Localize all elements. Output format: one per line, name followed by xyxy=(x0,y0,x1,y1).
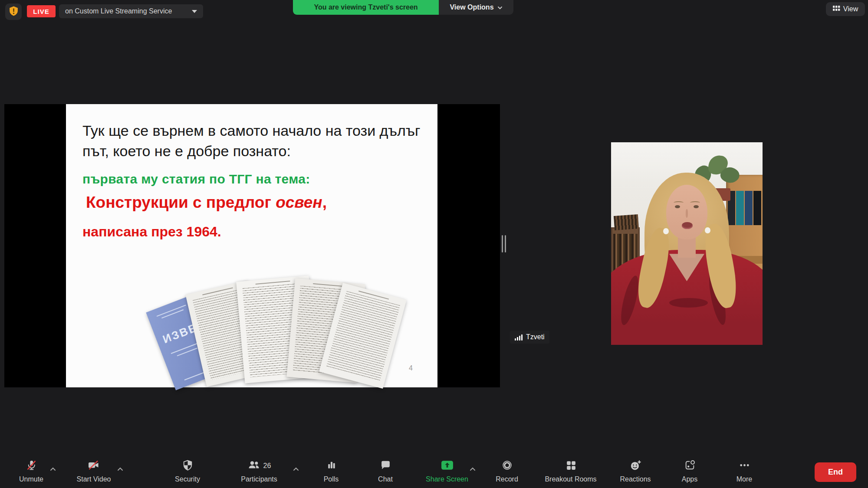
chat-label: Chat xyxy=(378,475,393,483)
slide-red-title: Конструкции с предлог освен, xyxy=(86,193,327,212)
apps-icon xyxy=(684,459,696,473)
more-button[interactable]: More xyxy=(714,458,775,483)
person-red-top xyxy=(611,250,763,345)
shared-screen-area: Тук ще се върнем в самото начало на този… xyxy=(4,104,500,387)
book-pile xyxy=(614,214,639,230)
video-options-chevron[interactable] xyxy=(115,464,125,474)
viewing-banner: You are viewing Tzveti's screen xyxy=(293,0,439,15)
grid-view-icon xyxy=(833,5,840,13)
chat-icon xyxy=(380,459,391,473)
slide-red-subtitle: написана през 1964. xyxy=(82,224,221,240)
stream-service-label: on Custom Live Streaming Service xyxy=(65,7,172,15)
record-icon xyxy=(501,459,513,473)
warning-shield-icon xyxy=(9,6,19,18)
apps-button[interactable]: Apps xyxy=(659,458,720,483)
participants-label: Participants xyxy=(241,475,277,483)
participants-icon xyxy=(247,459,260,472)
security-label: Security xyxy=(175,475,200,483)
view-options-button[interactable]: View Options xyxy=(439,0,513,15)
earring xyxy=(663,228,668,234)
panel-resize-handle[interactable] xyxy=(502,235,507,252)
slide-page-number: 4 xyxy=(409,364,413,372)
slide-green-text: първата му статия по ТГГ на тема: xyxy=(82,172,310,187)
more-label: More xyxy=(736,475,752,483)
reactions-button[interactable]: Reactions xyxy=(605,458,666,483)
dropdown-triangle-icon xyxy=(192,10,197,13)
view-options-label: View Options xyxy=(450,3,493,11)
chat-button[interactable]: Chat xyxy=(355,458,416,483)
share-screen-label: Share Screen xyxy=(426,475,468,483)
start-video-label: Start Video xyxy=(77,475,111,483)
audio-level-icon xyxy=(515,334,523,341)
breakout-rooms-label: Breakout Rooms xyxy=(545,475,596,483)
camera-muted-icon xyxy=(87,459,100,472)
reactions-label: Reactions xyxy=(620,475,651,483)
record-label: Record xyxy=(496,475,518,483)
end-meeting-button[interactable]: End xyxy=(815,462,856,482)
meeting-info-badge[interactable] xyxy=(5,3,22,20)
breakout-rooms-icon xyxy=(565,459,577,473)
participants-button[interactable]: 26 Participants xyxy=(224,458,294,483)
shield-icon xyxy=(182,459,194,473)
breakout-rooms-button[interactable]: Breakout Rooms xyxy=(540,458,601,483)
unmute-label: Unmute xyxy=(19,475,43,483)
apps-label: Apps xyxy=(682,475,697,483)
microphone-muted-icon xyxy=(26,459,37,473)
stream-service-dropdown[interactable]: on Custom Live Streaming Service xyxy=(59,4,203,18)
record-button[interactable]: Record xyxy=(477,458,537,483)
live-badge: LIVE xyxy=(27,5,56,17)
presentation-slide: Тук ще се върнем в самото начало на този… xyxy=(66,104,437,387)
view-button[interactable]: View xyxy=(826,2,865,16)
speaker-name: Tzveti xyxy=(526,333,545,341)
more-icon xyxy=(739,459,750,473)
participants-count: 26 xyxy=(263,462,271,470)
polls-icon xyxy=(326,459,337,473)
polls-button[interactable]: Polls xyxy=(301,458,362,483)
share-screen-icon xyxy=(441,459,454,473)
reactions-icon xyxy=(629,459,642,473)
earring xyxy=(705,227,710,233)
person-face xyxy=(666,185,707,239)
security-button[interactable]: Security xyxy=(157,458,218,483)
meeting-toolbar: Unmute Start Video Security xyxy=(0,452,868,488)
polls-label: Polls xyxy=(324,475,339,483)
chevron-down-icon xyxy=(497,3,503,11)
participants-chevron[interactable] xyxy=(291,464,301,474)
audio-options-chevron[interactable] xyxy=(48,464,58,474)
view-button-label: View xyxy=(843,5,858,13)
participant-video[interactable] xyxy=(611,142,763,345)
slide-intro-text: Тук ще се върнем в самото начало на този… xyxy=(82,121,430,161)
speaker-name-label: Tzveti xyxy=(510,331,549,344)
documents-fan-image: ИЗВЕ xyxy=(122,274,359,386)
